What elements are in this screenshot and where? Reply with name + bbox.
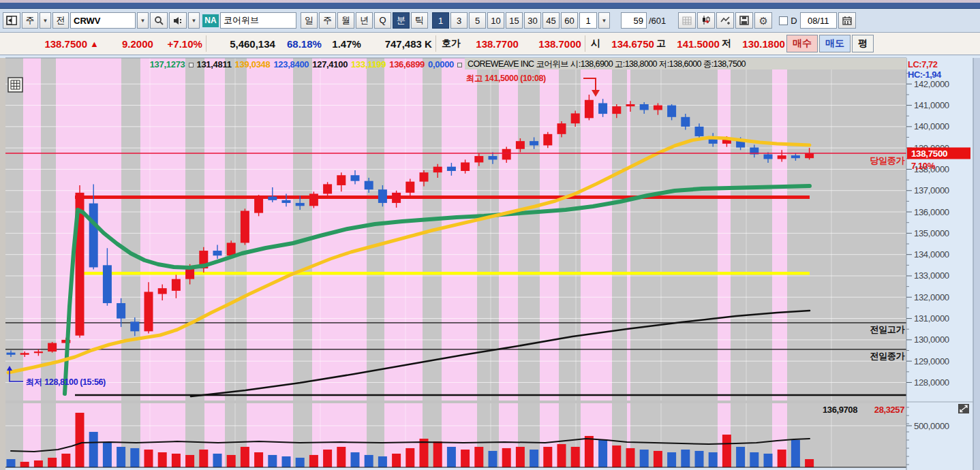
volume-bar [7,459,16,467]
period-dropdown-arrow[interactable]: ▼ [40,12,51,29]
volume-bar [502,448,511,467]
volume-bar [61,454,70,467]
tab-timeframe-월[interactable]: 월 [337,12,354,29]
stock-chart-window: { "toolbar": { "week_btn": "주", "prev_bt… [0,0,980,470]
volume-bar [130,448,139,467]
axis-label: 137,0000 [914,185,949,195]
volume-bar [20,462,29,467]
candle-body [392,193,401,203]
candle-body [89,204,98,268]
tab-timeframe-Q[interactable]: Q [374,12,391,29]
candle-body [543,134,552,146]
candle-tool-button[interactable] [697,12,715,29]
tab-timeframe-일[interactable]: 일 [301,12,318,29]
symbol-input[interactable]: CRWV [70,12,136,29]
tab-timeframe-주[interactable]: 주 [319,12,336,29]
grid-tool-button[interactable] [678,12,696,29]
prev-symbol-button[interactable]: 전 [52,12,69,29]
volume-value: 5,460,134 [210,38,275,50]
volume-bar [337,447,346,467]
volume-bar [103,443,112,467]
candle-body [489,156,497,159]
candle-body [103,265,112,303]
chart-toolbar: 주 ▼ 전 CRWV ▼ ▼ NA 코어위브 일주월년Q분틱 135101530… [0,9,980,33]
settings-button[interactable]: ⚙ [754,12,772,29]
volume-bar [323,450,332,467]
candle-body [48,343,57,352]
candle-body [117,303,125,319]
tab-minute-3[interactable]: 3 [450,12,468,29]
volume-axis-label: 500,0000 [914,421,949,431]
candle-body [447,167,456,171]
avg-button[interactable]: 평 [852,35,874,52]
calendar-icon [842,16,852,25]
axis-label: 140,0000 [914,121,949,131]
date-field[interactable]: 08/11 [800,12,837,29]
volume-bar [598,440,607,467]
volume-bar [736,447,745,467]
volume-bar [76,413,85,467]
candle-body [282,200,291,203]
low-annotation: 최저 128,8100 (15:56) [26,377,106,387]
candle-body [805,153,814,158]
sound-dropdown-arrow[interactable]: ▼ [188,12,200,29]
axis-label: 132,0000 [914,292,949,302]
volume-bar [89,432,98,467]
candle-body [351,175,360,181]
volume-bar [241,447,249,467]
calendar-button[interactable] [838,12,856,29]
price-chart-canvas[interactable]: 최고 141,5000 (10:08)최저 128,8100 (15:56)당일… [0,56,980,470]
last-price: 138.7500 [0,38,87,50]
volume-bar [351,452,360,467]
symbol-dropdown-arrow[interactable]: ▼ [137,12,149,29]
tab-timeframe-년[interactable]: 년 [356,12,373,29]
candle-body [213,251,222,255]
tab-minute-10[interactable]: 10 [487,12,504,29]
prev-close-label: 전일종가 [870,351,906,361]
buy-button[interactable]: 매수 [786,35,818,52]
symbol-search-button[interactable] [150,12,168,29]
d-checkbox[interactable] [779,16,788,25]
volume-bar [254,452,263,467]
symbol-name-field[interactable]: 코어위브 [220,12,296,29]
bars-shown-field[interactable]: 59 [621,12,647,29]
candle-body [516,141,525,149]
volume-bar [144,450,153,467]
tab-minute-60[interactable]: 60 [561,12,578,29]
axis-label: 128,0000 [914,377,949,388]
tab-minute-30[interactable]: 30 [524,12,541,29]
sound-button[interactable] [169,12,187,29]
tab-minute-5[interactable]: 5 [469,12,486,29]
tab-timeframe-틱[interactable]: 틱 [411,12,428,29]
period-week-button[interactable]: 주 [22,12,38,29]
tab-minute-1[interactable]: 1 [432,12,449,29]
session-band [293,403,312,467]
volume-bar [791,440,800,467]
axis-label: 141,0000 [914,100,949,110]
candle-body [791,155,800,158]
tab-timeframe-분[interactable]: 분 [393,12,410,29]
gear-icon: ⚙ [759,16,768,26]
ask-price: 138.7700 [463,38,519,50]
interval-dropdown-arrow[interactable]: ▼ [598,12,610,29]
candle-body [405,182,414,193]
turnover-value: 747,483 K [361,38,432,50]
candle-body [130,322,139,331]
candle-body [626,104,635,106]
candle-body [323,184,332,193]
tab-minute-15[interactable]: 15 [506,12,523,29]
axis-label: 129,0000 [914,356,949,366]
volume-ratio: 68.18% [275,38,322,50]
d-checkbox-label: D [791,16,797,26]
custom-interval-field[interactable]: 1 [579,12,597,29]
chart-grid-button[interactable] [8,78,22,92]
volume-bar [530,450,538,467]
save-button[interactable] [735,12,753,29]
window-layout-button[interactable] [3,12,20,29]
candle-body [474,156,483,162]
volume-bar [392,454,401,467]
volume-bar [778,450,786,467]
sell-button[interactable]: 매도 [819,35,851,52]
line-tool-button[interactable] [716,12,734,29]
tab-minute-45[interactable]: 45 [542,12,560,29]
